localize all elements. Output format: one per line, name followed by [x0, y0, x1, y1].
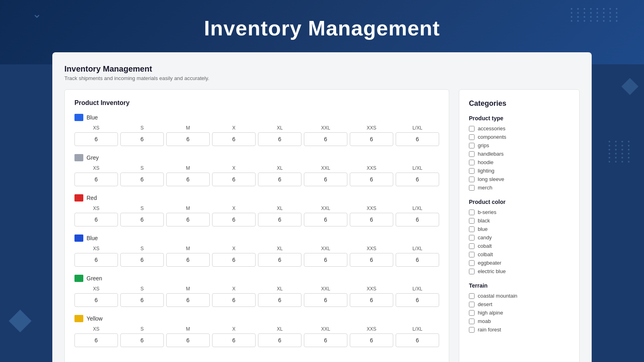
category-checkbox[interactable] — [469, 210, 475, 215]
size-input[interactable] — [120, 132, 164, 146]
size-input[interactable] — [350, 132, 393, 146]
size-input[interactable] — [304, 333, 347, 347]
category-checkbox[interactable] — [469, 319, 475, 324]
size-input[interactable] — [304, 253, 347, 267]
category-item: electric blue — [469, 268, 570, 274]
size-input[interactable] — [166, 213, 210, 226]
category-group: Product typeaccessoriescomponentsgripsha… — [469, 115, 570, 191]
size-input[interactable] — [258, 173, 301, 186]
size-input[interactable] — [74, 132, 118, 146]
category-item: merch — [469, 185, 570, 191]
category-checkbox[interactable] — [469, 260, 475, 266]
category-checkbox[interactable] — [469, 177, 475, 182]
category-checkbox[interactable] — [469, 310, 475, 316]
size-input[interactable] — [120, 333, 164, 347]
category-checkbox[interactable] — [469, 293, 475, 299]
size-input[interactable] — [304, 213, 347, 226]
size-input[interactable] — [166, 333, 210, 347]
size-header: M — [166, 286, 210, 292]
size-input[interactable] — [258, 132, 301, 146]
size-input[interactable] — [304, 132, 347, 146]
category-checkbox[interactable] — [469, 185, 475, 191]
size-input[interactable] — [212, 132, 256, 146]
size-header-row: XSSMXXLXXLXXSL/XL — [74, 246, 439, 251]
size-input[interactable] — [258, 333, 301, 347]
category-checkbox[interactable] — [469, 327, 475, 333]
category-item: black — [469, 218, 570, 224]
category-checkbox[interactable] — [469, 168, 475, 174]
color-section: RedXSSMXXLXXLXXSL/XL — [74, 194, 439, 226]
size-input[interactable] — [304, 293, 347, 307]
size-input[interactable] — [350, 293, 393, 307]
size-input[interactable] — [212, 213, 256, 226]
size-input[interactable] — [350, 213, 393, 226]
size-input[interactable] — [350, 333, 393, 347]
diamond-icon-right — [621, 78, 638, 95]
size-input[interactable] — [258, 253, 301, 267]
category-checkbox[interactable] — [469, 218, 475, 224]
size-input[interactable] — [74, 333, 118, 347]
size-header: XL — [258, 326, 301, 332]
size-input[interactable] — [304, 173, 347, 186]
size-input[interactable] — [212, 173, 256, 186]
category-group-title: Product color — [469, 199, 570, 205]
category-checkbox[interactable] — [469, 243, 475, 249]
size-input[interactable] — [166, 173, 210, 186]
category-checkbox[interactable] — [469, 226, 475, 232]
size-input[interactable] — [212, 253, 256, 267]
category-checkbox[interactable] — [469, 151, 475, 157]
size-input[interactable] — [166, 293, 210, 307]
size-input[interactable] — [120, 213, 164, 226]
size-input[interactable] — [212, 293, 256, 307]
size-header-row: XSSMXXLXXLXXSL/XL — [74, 286, 439, 292]
size-header-row: XSSMXXLXXLXXSL/XL — [74, 165, 439, 171]
size-input[interactable] — [396, 132, 439, 146]
size-input[interactable] — [396, 293, 439, 307]
size-input[interactable] — [396, 173, 439, 186]
size-input[interactable] — [258, 293, 301, 307]
color-section: GreenXSSMXXLXXLXXSL/XL — [74, 275, 439, 307]
size-input[interactable] — [212, 333, 256, 347]
size-input[interactable] — [74, 213, 118, 226]
category-item: handlebars — [469, 151, 570, 157]
color-name: Blue — [87, 235, 98, 241]
category-checkbox[interactable] — [469, 143, 475, 148]
card-title: Inventory Management — [64, 64, 580, 74]
size-input[interactable] — [120, 293, 164, 307]
size-header: XXS — [350, 206, 393, 211]
category-checkbox[interactable] — [469, 160, 475, 165]
size-header: L/XL — [396, 125, 439, 131]
size-input[interactable] — [396, 213, 439, 226]
category-checkbox[interactable] — [469, 252, 475, 257]
size-header: XS — [74, 125, 118, 131]
size-input[interactable] — [120, 253, 164, 267]
size-input[interactable] — [166, 132, 210, 146]
size-input[interactable] — [350, 173, 393, 186]
category-checkbox[interactable] — [469, 302, 475, 307]
size-header: X — [212, 286, 256, 292]
color-section: YellowXSSMXXLXXLXXSL/XL — [74, 315, 439, 347]
category-item: candy — [469, 234, 570, 241]
size-header: L/XL — [396, 286, 439, 292]
category-item: rain forest — [469, 327, 570, 333]
category-item: blue — [469, 226, 570, 232]
category-checkbox[interactable] — [469, 269, 475, 274]
size-input[interactable] — [74, 173, 118, 186]
category-checkbox[interactable] — [469, 134, 475, 140]
size-input[interactable] — [396, 333, 439, 347]
size-header-row: XSSMXXLXXLXXSL/XL — [74, 125, 439, 131]
size-grid — [74, 213, 439, 226]
category-checkbox[interactable] — [469, 126, 475, 132]
size-input[interactable] — [74, 293, 118, 307]
size-input[interactable] — [74, 253, 118, 267]
color-label: Blue — [74, 234, 439, 242]
category-item-label: colbalt — [478, 251, 493, 257]
category-checkbox[interactable] — [469, 235, 475, 241]
size-input[interactable] — [396, 253, 439, 267]
category-item-label: components — [478, 134, 506, 140]
size-input[interactable] — [120, 173, 164, 186]
size-input[interactable] — [258, 213, 301, 226]
size-input[interactable] — [166, 253, 210, 267]
size-input[interactable] — [350, 253, 393, 267]
category-item: moab — [469, 318, 570, 324]
